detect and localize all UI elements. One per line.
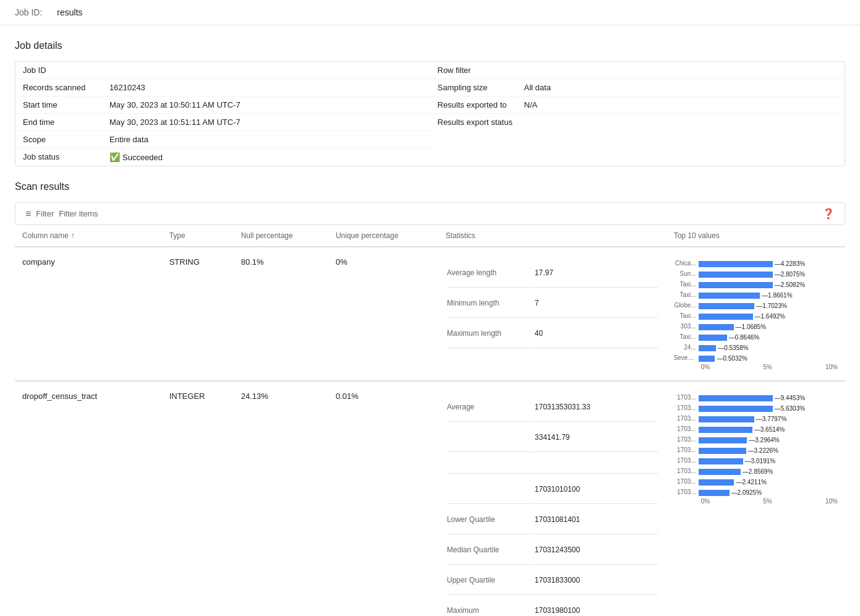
bar-row: Sun...—2.8075%	[674, 269, 838, 278]
job-id-label: Job ID:	[15, 7, 42, 17]
bar-row: 1703...—5.6303%	[674, 403, 838, 413]
bar-track: —1.0685%	[699, 322, 838, 331]
stat-row	[447, 453, 658, 474]
bar-row: 1703...—3.0191%	[674, 456, 838, 465]
stat-row: 17031010100	[447, 475, 658, 504]
job-details-section: Job details Job IDRecords scanned1621024…	[0, 25, 860, 166]
bar-row: 1703...—2.0925%	[674, 487, 838, 497]
bar-row: 1703...—3.2226%	[674, 445, 838, 455]
stat-row: Lower Quartile17031081401	[447, 505, 658, 534]
bar-pct-label: —9.4453%	[775, 395, 805, 401]
bar-row: 1703...—3.2964%	[674, 435, 838, 444]
bar-track: —0.8646%	[699, 332, 838, 341]
bar-pct-label: —3.0191%	[745, 458, 775, 464]
top-header: Job ID: results	[0, 0, 860, 25]
bar-row: Taxi...—2.5082%	[674, 280, 838, 289]
detail-row: Job ID	[15, 62, 430, 79]
detail-value: All data	[524, 83, 551, 92]
results-table: Column name↑TypeNull percentageUnique pe…	[15, 225, 845, 616]
cell-null-pct: 80.1%	[234, 247, 328, 381]
bar-track: —3.2226%	[699, 445, 838, 455]
table-header-col-name[interactable]: Column name↑	[15, 225, 162, 247]
bar-fill	[699, 458, 743, 464]
stat-label	[447, 423, 534, 452]
bar-label: Taxi...	[674, 312, 699, 319]
job-details-grid: Job IDRecords scanned16210243Start timeM…	[15, 61, 845, 166]
detail-row: End timeMay 30, 2023 at 10:51:11 AM UTC-…	[15, 114, 430, 131]
bar-label: 1703...	[674, 457, 699, 464]
detail-label: Sampling size	[438, 83, 524, 92]
detail-label: Results export status	[438, 118, 524, 127]
bar-label: 1703...	[674, 436, 699, 443]
detail-row: Row filter	[430, 62, 845, 79]
bar-pct-label: —1.8661%	[762, 292, 792, 299]
detail-row: ScopeEntire data	[15, 131, 430, 148]
stat-row: 334141.79	[447, 423, 658, 452]
bar-track: —1.6492%	[699, 311, 838, 320]
stat-value: 17031980100	[535, 596, 658, 616]
axis-labels: 0%5%10%	[674, 498, 838, 505]
bar-label: Seven...	[674, 354, 699, 361]
detail-row: Results exported toN/A	[430, 96, 845, 114]
bar-fill	[699, 303, 755, 309]
stat-label: Upper Quartile	[447, 566, 534, 595]
stat-label: Average length	[447, 259, 534, 288]
bar-pct-label: —0.8646%	[729, 334, 759, 341]
stat-value: 40	[535, 319, 658, 348]
stat-label: Lower Quartile	[447, 505, 534, 534]
stat-label: Minimum length	[447, 289, 534, 318]
bar-label: 1703...	[674, 489, 699, 495]
bar-row: Globe...—1.7023%	[674, 301, 838, 310]
stat-value: 7	[535, 289, 658, 318]
bar-track: —3.2964%	[699, 435, 838, 444]
stat-label	[447, 475, 534, 504]
table-row: companySTRING80.1%0%Average length17.97M…	[15, 247, 845, 381]
bar-track: —1.7023%	[699, 301, 838, 310]
stat-value: 17031243500	[535, 536, 658, 565]
stat-row: Median Quartile17031243500	[447, 536, 658, 565]
cell-type: INTEGER	[162, 382, 234, 617]
bar-row: Taxi...—1.6492%	[674, 311, 838, 320]
bar-pct-label: —1.6492%	[755, 313, 785, 320]
question-icon[interactable]: ❓	[822, 208, 835, 220]
bar-track: —3.7797%	[699, 414, 838, 423]
table-header-col-statistics: Statistics	[438, 225, 666, 247]
detail-label: Job ID	[23, 66, 109, 75]
bar-pct-label: —1.7023%	[756, 302, 786, 309]
bar-pct-label: —2.4211%	[736, 479, 766, 486]
bar-row: 1703...—3.6514%	[674, 424, 838, 434]
detail-column-right: Row filterSampling sizeAll dataResults e…	[430, 62, 845, 166]
bar-pct-label: —5.6303%	[775, 405, 805, 412]
bar-fill	[699, 272, 773, 278]
bar-pct-label: —0.5358%	[718, 344, 748, 351]
stat-value: 17031010100	[535, 475, 658, 504]
bar-track: —2.4211%	[699, 477, 838, 486]
bar-fill	[699, 356, 715, 362]
table-header-col-unique: Unique percentage	[328, 225, 438, 247]
table-header-col-top10: Top 10 values	[666, 225, 845, 247]
bar-label: 1703...	[674, 415, 699, 422]
bar-pct-label: —1.0685%	[736, 323, 766, 330]
bar-track: —5.6303%	[699, 403, 838, 413]
bar-pct-label: —2.5082%	[775, 281, 805, 288]
top10-chart: Chica...—4.2283%Sun...—2.8075%Taxi...—2.…	[674, 259, 838, 370]
table-header-col-null: Null percentage	[234, 225, 328, 247]
bar-pct-label: —2.8569%	[743, 468, 773, 475]
detail-row: Results export status	[430, 114, 845, 130]
bar-fill	[699, 345, 717, 351]
bar-fill	[699, 490, 730, 496]
bar-track: —1.8661%	[699, 290, 838, 299]
bar-row: 1703...—2.4211%	[674, 477, 838, 486]
scan-results-title: Scan results	[15, 181, 845, 192]
job-details-title: Job details	[15, 40, 845, 51]
bar-label: 1703...	[674, 468, 699, 474]
bar-row: Seven...—0.5032%	[674, 353, 838, 362]
detail-label: Scope	[23, 135, 109, 144]
scan-results-section: Scan results ≡ Filter Filter items ❓ Col…	[0, 181, 860, 616]
filter-bar[interactable]: ≡ Filter Filter items ❓	[15, 202, 845, 225]
stat-label	[447, 453, 534, 474]
bar-pct-label: —2.0925%	[731, 489, 762, 496]
bar-label: Sun...	[674, 270, 699, 277]
table-row: dropoff_census_tractINTEGER24.13%0.01%Av…	[15, 382, 845, 617]
bar-track: —2.8075%	[699, 269, 838, 278]
